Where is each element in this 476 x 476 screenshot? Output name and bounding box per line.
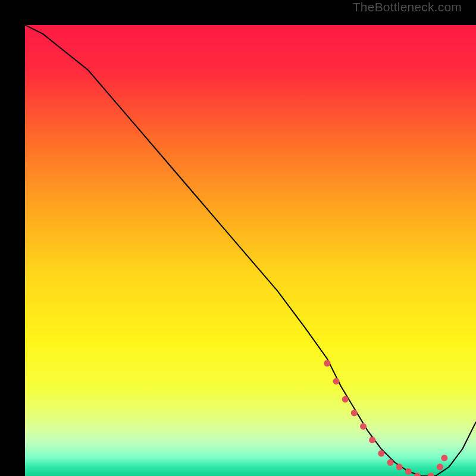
data-point <box>437 464 443 470</box>
data-point <box>342 396 349 403</box>
data-point <box>333 378 340 384</box>
data-point <box>441 455 447 461</box>
data-point <box>351 409 358 416</box>
data-point <box>396 464 403 470</box>
chart-frame <box>12 12 464 464</box>
data-point <box>378 450 384 457</box>
data-point <box>369 437 375 443</box>
data-point <box>324 360 330 367</box>
data-point <box>387 459 394 466</box>
chart-background <box>25 25 476 476</box>
bottleneck-chart <box>25 25 476 476</box>
data-point <box>405 468 412 475</box>
watermark-text: TheBottleneck.com <box>353 0 462 14</box>
data-point <box>360 423 367 430</box>
